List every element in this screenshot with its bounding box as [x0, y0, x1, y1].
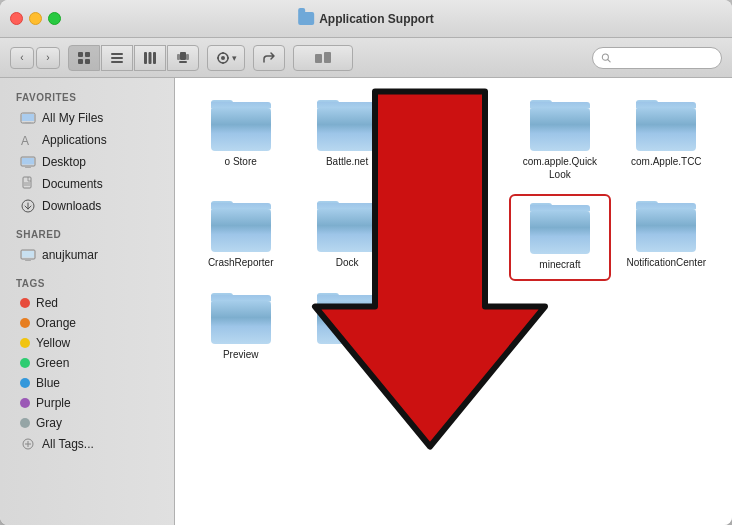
svg-point-15 — [221, 56, 225, 60]
folder-icon — [636, 202, 696, 252]
sidebar-item-blue[interactable]: Blue — [0, 373, 174, 393]
svg-rect-36 — [22, 251, 34, 258]
file-label: minecraft — [539, 258, 580, 271]
red-tag-dot — [20, 298, 30, 308]
file-label: Blizzard — [436, 155, 472, 168]
list-item[interactable]: com.apple.QuickLook — [509, 93, 610, 189]
file-label: Battle.net — [326, 155, 368, 168]
sidebar-item-label: Orange — [36, 316, 76, 330]
list-item[interactable] — [296, 286, 397, 369]
green-tag-dot — [20, 358, 30, 368]
view-buttons — [68, 45, 199, 71]
sidebar: FAVORITES All My Files A Appli — [0, 78, 175, 525]
applications-icon: A — [20, 132, 36, 148]
folder-icon — [211, 101, 271, 151]
maximize-button[interactable] — [48, 12, 61, 25]
folder-icon — [211, 294, 271, 344]
list-item[interactable]: Preview — [190, 286, 291, 369]
list-item[interactable]: NotificationCenter — [616, 194, 717, 281]
view-coverflow-button[interactable] — [167, 45, 199, 71]
sidebar-item-purple[interactable]: Purple — [0, 393, 174, 413]
svg-rect-26 — [25, 122, 31, 124]
list-item[interactable]: o Store — [190, 93, 291, 189]
sidebar-item-red[interactable]: Red — [0, 293, 174, 313]
sidebar-item-label: Green — [36, 356, 69, 370]
sidebar-item-all-my-files[interactable]: All My Files — [0, 107, 174, 129]
sidebar-item-gray[interactable]: Gray — [0, 413, 174, 433]
svg-line-23 — [608, 59, 611, 62]
svg-rect-10 — [180, 52, 186, 60]
tags-section-title: TAGS — [0, 274, 174, 293]
sidebar-item-label: Applications — [42, 133, 107, 147]
folder-icon — [423, 202, 483, 252]
documents-icon — [20, 176, 36, 192]
svg-rect-37 — [25, 260, 31, 261]
sidebar-item-applications[interactable]: A Applications — [0, 129, 174, 151]
close-button[interactable] — [10, 12, 23, 25]
svg-rect-30 — [25, 167, 31, 168]
svg-rect-11 — [177, 54, 180, 60]
finder-window: Application Support ‹ › — [0, 0, 732, 525]
downloads-icon — [20, 198, 36, 214]
search-box[interactable] — [592, 47, 722, 69]
path-button[interactable] — [293, 45, 353, 71]
folder-icon — [317, 294, 377, 344]
list-item[interactable]: Dock — [296, 194, 397, 281]
sidebar-item-desktop[interactable]: Desktop — [0, 151, 174, 173]
sidebar-item-anujkumar[interactable]: anujkumar — [0, 244, 174, 266]
sidebar-item-yellow[interactable]: Yellow — [0, 333, 174, 353]
list-item[interactable]: CrashReporter — [190, 194, 291, 281]
sidebar-item-label: Blue — [36, 376, 60, 390]
desktop-icon — [20, 154, 36, 170]
purple-tag-dot — [20, 398, 30, 408]
sidebar-item-documents[interactable]: Documents — [0, 173, 174, 195]
view-list-button[interactable] — [101, 45, 133, 71]
file-label: Dock — [336, 256, 359, 269]
folder-icon — [530, 204, 590, 254]
svg-rect-12 — [186, 54, 189, 60]
file-grid: o Store Battle.net Blizzard — [185, 88, 722, 374]
sidebar-item-label: Downloads — [42, 199, 101, 213]
action-button[interactable]: ▾ — [207, 45, 245, 71]
sidebar-item-all-tags[interactable]: All Tags... — [0, 433, 174, 455]
list-item[interactable]: Microsoft — [403, 194, 504, 281]
sidebar-item-green[interactable]: Green — [0, 353, 174, 373]
search-input[interactable] — [615, 52, 713, 64]
svg-rect-1 — [85, 52, 90, 57]
folder-icon — [530, 101, 590, 151]
sidebar-item-downloads[interactable]: Downloads — [0, 195, 174, 217]
shared-icon — [20, 247, 36, 263]
svg-rect-6 — [111, 61, 123, 63]
sidebar-item-label: Yellow — [36, 336, 70, 350]
sidebar-item-label: Gray — [36, 416, 62, 430]
list-item[interactable]: Battle.net — [296, 93, 397, 189]
sidebar-item-label: Red — [36, 296, 58, 310]
favorites-section-title: FAVORITES — [0, 88, 174, 107]
svg-rect-4 — [111, 53, 123, 55]
file-label: CrashReporter — [208, 256, 274, 269]
svg-rect-3 — [85, 59, 90, 64]
list-item[interactable]: Blizzard — [403, 93, 504, 189]
view-icon-button[interactable] — [68, 45, 100, 71]
forward-button[interactable]: › — [36, 47, 60, 69]
svg-rect-21 — [324, 52, 331, 63]
titlebar: Application Support — [0, 0, 732, 38]
svg-rect-20 — [315, 54, 322, 63]
sidebar-item-orange[interactable]: Orange — [0, 313, 174, 333]
svg-rect-2 — [78, 59, 83, 64]
sidebar-item-label: Documents — [42, 177, 103, 191]
file-label: com.apple.QuickLook — [520, 155, 600, 181]
view-columns-button[interactable] — [134, 45, 166, 71]
blue-tag-dot — [20, 378, 30, 388]
toolbar: ‹ › — [0, 38, 732, 78]
svg-rect-7 — [144, 52, 147, 64]
back-button[interactable]: ‹ — [10, 47, 34, 69]
orange-tag-dot — [20, 318, 30, 328]
list-item[interactable]: com.Apple.TCC — [616, 93, 717, 189]
share-button[interactable] — [253, 45, 285, 71]
nav-buttons: ‹ › — [10, 47, 60, 69]
file-label: Preview — [223, 348, 259, 361]
minimize-button[interactable] — [29, 12, 42, 25]
sidebar-item-label: All Tags... — [42, 437, 94, 451]
list-item-minecraft[interactable]: minecraft — [509, 194, 610, 281]
